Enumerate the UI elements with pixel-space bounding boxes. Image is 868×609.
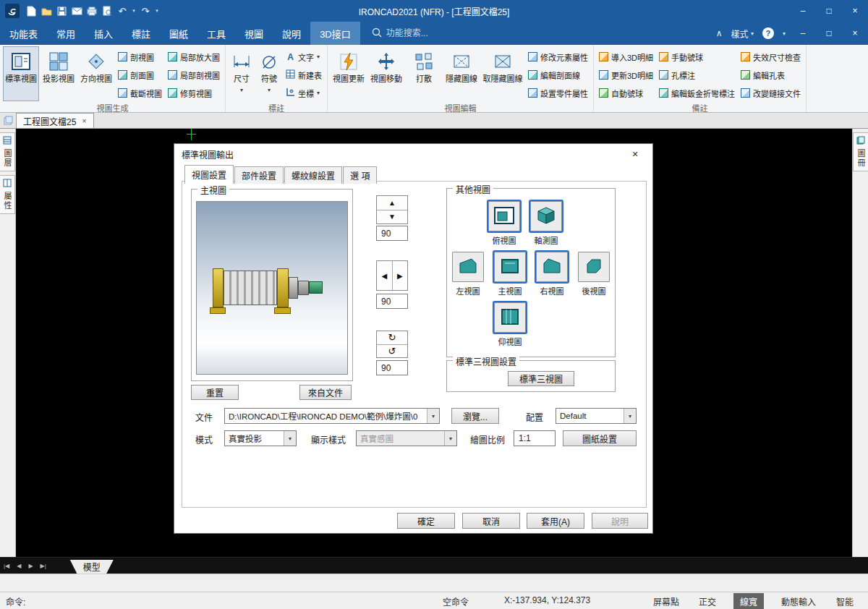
front-view-button[interactable] bbox=[494, 252, 526, 282]
command-input-bar[interactable] bbox=[0, 574, 868, 592]
tab-view[interactable]: 視圖 bbox=[235, 22, 273, 45]
top-view-button[interactable] bbox=[488, 201, 520, 231]
view-update-button[interactable]: 視圖更新 bbox=[331, 46, 367, 101]
print-preview-icon[interactable] bbox=[100, 3, 114, 19]
dynamic-input-toggle[interactable]: 動態輸入 bbox=[778, 594, 819, 609]
tab-home[interactable]: 常用 bbox=[47, 22, 85, 45]
from-file-button[interactable]: 來自文件 bbox=[299, 385, 352, 400]
last-sheet-icon[interactable]: ▶| bbox=[41, 563, 46, 569]
stale-dimension-check-button[interactable]: 失效尺寸檢查 bbox=[739, 48, 803, 66]
close-button[interactable]: × bbox=[842, 0, 868, 22]
dialog-tab-thread-settings[interactable]: 螺紋線設置 bbox=[284, 166, 342, 184]
help-icon[interactable]: ? bbox=[758, 22, 778, 45]
collapse-ribbon-icon[interactable]: ∧ bbox=[712, 22, 727, 45]
dimension-button[interactable]: 尺寸 ▾ bbox=[229, 46, 255, 101]
undo-icon[interactable]: ↶ bbox=[115, 3, 129, 19]
symbol-dropdown-icon[interactable]: ▾ bbox=[268, 85, 271, 95]
config-dropdown-icon[interactable]: ▾ bbox=[624, 409, 636, 423]
dialog-close-icon[interactable]: × bbox=[625, 148, 645, 160]
rotate-left-button[interactable]: ◀ bbox=[377, 261, 392, 290]
next-sheet-icon[interactable]: ▶ bbox=[28, 563, 33, 569]
dialog-tab-options[interactable]: 選 項 bbox=[343, 166, 377, 184]
panel-tab-catalog[interactable]: 圖冊 bbox=[853, 132, 868, 171]
document-tab[interactable]: 工程圖文檔25 × bbox=[16, 113, 94, 128]
search-input[interactable] bbox=[386, 28, 466, 38]
back-view-button[interactable] bbox=[578, 252, 610, 282]
tab-3d-interface[interactable]: 3D接口 bbox=[310, 22, 360, 45]
edit-hole-table-button[interactable]: 編輯孔表 bbox=[739, 66, 803, 84]
text-button[interactable]: A文字▾ bbox=[284, 48, 324, 66]
dialog-tab-view-settings[interactable]: 視圖設置 bbox=[184, 165, 234, 184]
file-path-dropdown-icon[interactable]: ▾ bbox=[427, 409, 439, 423]
first-sheet-icon[interactable]: |◀ bbox=[4, 563, 9, 569]
roll-angle-field[interactable]: 90 bbox=[376, 360, 408, 375]
smart-toggle[interactable]: 智能 bbox=[833, 594, 856, 609]
mail-icon[interactable] bbox=[69, 3, 84, 19]
pan-angle-field[interactable]: 90 bbox=[376, 294, 408, 309]
undo-dropdown-icon[interactable]: ▾ bbox=[130, 3, 137, 19]
trimmed-view-button[interactable]: 修剪視圖 bbox=[166, 84, 222, 102]
3d-preview[interactable] bbox=[196, 201, 348, 375]
tab-menu[interactable]: 功能表 bbox=[0, 22, 47, 45]
section-view-button[interactable]: 剖視圖 bbox=[116, 48, 164, 66]
previous-sheet-icon[interactable]: ◀ bbox=[17, 563, 21, 569]
tab-annotate[interactable]: 標註 bbox=[122, 22, 160, 45]
function-search[interactable] bbox=[372, 22, 466, 45]
left-view-button[interactable] bbox=[452, 252, 484, 282]
tab-insert[interactable]: 插入 bbox=[85, 22, 122, 45]
new-document-icon[interactable] bbox=[24, 3, 38, 19]
dimension-dropdown-icon[interactable]: ▾ bbox=[240, 85, 243, 95]
coordinate-dropdown-icon[interactable]: ▾ bbox=[317, 90, 320, 96]
roll-cw-button[interactable]: ↻ bbox=[377, 331, 407, 344]
detail-view-button[interactable]: 局部放大圖 bbox=[166, 48, 222, 66]
right-view-button[interactable] bbox=[536, 252, 568, 282]
document-list-icon[interactable] bbox=[0, 113, 16, 128]
doc-close-button[interactable]: × bbox=[842, 22, 868, 44]
rotate-right-button[interactable]: ▶ bbox=[392, 261, 408, 290]
standard-view-button[interactable]: 標準視圖 bbox=[3, 46, 39, 101]
edit-element-properties-button[interactable]: 修改元素屬性 bbox=[526, 48, 590, 66]
explode-button[interactable]: 打散 bbox=[406, 46, 442, 101]
hide-lines-button[interactable]: 隱藏圖線 bbox=[443, 46, 480, 101]
projection-view-button[interactable]: 投影視圖 bbox=[41, 46, 77, 101]
local-section-view-button[interactable]: 局部剖視圖 bbox=[166, 66, 222, 84]
help-dropdown-icon[interactable]: ▾ bbox=[778, 22, 790, 45]
iso-view-button[interactable] bbox=[530, 201, 562, 231]
maximize-button[interactable]: □ bbox=[816, 0, 842, 22]
app-logo-icon[interactable] bbox=[4, 3, 20, 19]
reset-button[interactable]: 重置 bbox=[191, 385, 239, 400]
panel-tab-layers[interactable]: 圖層 bbox=[0, 132, 15, 171]
drawing-canvas[interactable]: 標準視圖輸出 × 視圖設置 部件設置 螺紋線設置 選 項 主視圖 bbox=[16, 129, 852, 557]
file-path-combo[interactable]: D:\IRONCAD\工程\IRONCAD DEMO\範例\爆炸圖\0 ▾ bbox=[224, 408, 440, 424]
edit-hatch-button[interactable]: 編輯剖面線 bbox=[526, 66, 590, 84]
bottom-view-button[interactable] bbox=[494, 302, 526, 333]
redo-icon[interactable]: ↷ bbox=[138, 3, 153, 19]
dialog-tab-component-settings[interactable]: 部件設置 bbox=[234, 166, 284, 184]
view-move-button[interactable]: 視圖移動 bbox=[368, 46, 404, 101]
tilt-angle-field[interactable]: 90 bbox=[376, 226, 408, 241]
lineweight-toggle[interactable]: 線寬 bbox=[733, 593, 764, 609]
ok-button[interactable]: 確定 bbox=[397, 513, 455, 529]
doc-restore-button[interactable]: □ bbox=[816, 22, 842, 44]
update-3d-bom-button[interactable]: 更新3D明細 bbox=[597, 66, 655, 84]
config-combo[interactable]: Default ▾ bbox=[556, 408, 637, 424]
minimize-button[interactable]: – bbox=[790, 0, 816, 22]
tab-tools[interactable]: 工具 bbox=[197, 22, 235, 45]
sheet-setup-button[interactable]: 圖紙設置 bbox=[563, 430, 637, 446]
print-icon[interactable] bbox=[85, 3, 99, 19]
change-linked-file-button[interactable]: 改變鏈接文件 bbox=[739, 84, 803, 102]
standard-three-view-button[interactable]: 標準三視圖 bbox=[508, 371, 574, 386]
hole-callout-button[interactable]: 孔標注 bbox=[657, 66, 737, 84]
unhide-lines-button[interactable]: 取隱藏圖線 bbox=[481, 46, 524, 101]
tilt-down-button[interactable]: ▼ bbox=[377, 210, 407, 224]
tab-help[interactable]: 說明 bbox=[273, 22, 310, 45]
mode-dropdown-icon[interactable]: ▾ bbox=[284, 431, 296, 446]
panel-tab-properties[interactable]: 屬性 bbox=[0, 175, 15, 214]
edit-sheetmetal-bend-note-button[interactable]: 編輯鈑金折彎標注 bbox=[657, 84, 737, 102]
cancel-button[interactable]: 取消 bbox=[462, 513, 520, 529]
direction-view-button[interactable]: 方向視圖 bbox=[78, 46, 114, 101]
model-sheet-tab[interactable]: 模型 bbox=[70, 560, 114, 574]
scale-field[interactable]: 1:1 bbox=[514, 430, 556, 446]
open-icon[interactable] bbox=[39, 3, 54, 19]
tab-sheet[interactable]: 圖紙 bbox=[160, 22, 197, 45]
